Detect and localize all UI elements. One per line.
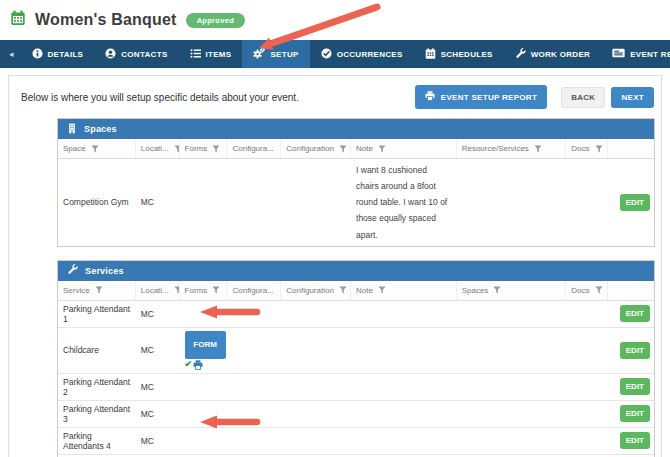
col-header-location: Locati... [136, 281, 180, 300]
edit-button[interactable]: EDIT [620, 194, 650, 211]
col-header-configuration: Configuration [281, 139, 351, 158]
next-button[interactable]: NEXT [611, 87, 654, 108]
person-icon [105, 48, 116, 61]
print-form-icon[interactable] [193, 360, 203, 370]
page-title: Women's Banquet [35, 11, 177, 29]
wrench-icon [67, 264, 78, 277]
col-header-docs: Docs [566, 139, 608, 158]
filter-icon[interactable] [534, 145, 542, 153]
filter-icon[interactable] [95, 286, 103, 294]
tab-event-registrations[interactable]: EVENT REGISTRATIONS [601, 40, 670, 68]
tab-occurrences[interactable]: OCCURRENCES [310, 40, 414, 68]
tab-items[interactable]: ITEMS [179, 40, 243, 68]
service-location: MC [136, 342, 180, 358]
filter-icon[interactable] [91, 145, 99, 153]
col-header-spaces: Spaces [457, 281, 567, 300]
check-circle-icon [321, 48, 332, 61]
status-badge: Approved [186, 13, 245, 28]
list-icon [190, 48, 201, 61]
col-header-configura: Configura... [227, 281, 281, 300]
edit-button[interactable]: EDIT [620, 305, 650, 322]
table-row-competition-gym: Competition Gym MC I want 8 cushioned ch… [58, 159, 654, 246]
service-name: Parking Attendant 3 [58, 401, 136, 427]
tab-label: DETAILS [48, 50, 84, 59]
filter-icon[interactable] [595, 286, 603, 294]
childcare-form-button[interactable]: FORM [185, 331, 226, 359]
spaces-column-headers: Space Locati... Forms Configura... Confi… [58, 139, 654, 159]
service-location: MC [136, 406, 180, 422]
space-location: MC [136, 194, 180, 210]
edit-button[interactable]: EDIT [620, 342, 650, 359]
intro-text: Below is where you will setup specific d… [21, 92, 299, 103]
back-button[interactable]: BACK [561, 87, 605, 108]
filter-icon[interactable] [378, 286, 386, 294]
col-header-forms: Forms [180, 281, 228, 300]
event-setup-report-button[interactable]: EVENT SETUP REPORT [415, 85, 547, 109]
event-header: Women's Banquet Approved [0, 0, 670, 40]
filter-icon[interactable] [595, 145, 603, 153]
printer-icon [425, 91, 435, 103]
service-location: MC [136, 433, 180, 449]
panels-container: Spaces Space Locati... Forms Configura..… [9, 118, 661, 457]
building-icon [67, 123, 77, 136]
edit-button[interactable]: EDIT [620, 432, 650, 449]
filter-icon[interactable] [378, 145, 386, 153]
tab-label: CONTACTS [121, 50, 167, 59]
services-panel-header: Services [58, 261, 654, 281]
service-name: Childcare [58, 342, 136, 358]
service-name: Parking Attendant 1 [58, 301, 136, 327]
wrench-icon [515, 48, 526, 61]
service-location: MC [136, 306, 180, 322]
col-header-note: Note [351, 281, 457, 300]
tab-details[interactable]: DETAILS [21, 40, 95, 68]
table-row-childcare: Childcare MC FORM ✔ EDIT [58, 328, 654, 374]
filter-icon[interactable] [339, 145, 347, 153]
calendar-icon [425, 48, 436, 61]
spaces-panel: Spaces Space Locati... Forms Configura..… [57, 118, 655, 247]
intro-row: Below is where you will setup specific d… [9, 76, 661, 118]
info-icon [32, 48, 43, 61]
filter-icon[interactable] [339, 286, 347, 294]
tab-schedules[interactable]: SCHEDULES [414, 40, 504, 68]
tab-label: WORK ORDER [531, 50, 590, 59]
table-row-parking-attendant-2: Parking Attendant 2 MC EDIT [58, 374, 654, 401]
tab-label: OCCURRENCES [337, 50, 403, 59]
tab-label: SETUP [270, 50, 298, 59]
form-complete-check-icon[interactable]: ✔ [185, 360, 193, 369]
service-name: Parking Attendants 4 [58, 428, 136, 454]
tabs-scroll-left-chevron[interactable]: ◂ [2, 40, 21, 68]
spaces-panel-header: Spaces [58, 119, 654, 139]
services-panel-title: Services [85, 266, 124, 276]
filter-icon[interactable] [212, 145, 220, 153]
col-header-actions [608, 281, 654, 300]
tab-label: SCHEDULES [441, 50, 493, 59]
edit-button[interactable]: EDIT [620, 405, 650, 422]
col-header-forms: Forms [180, 139, 228, 158]
tab-label: ITEMS [206, 50, 232, 59]
table-row-parking-attendant-3: Parking Attendant 3 MC EDIT [58, 401, 654, 428]
filter-icon[interactable] [212, 286, 220, 294]
col-header-space: Space [58, 139, 136, 158]
setup-tab-content: Below is where you will setup specific d… [8, 75, 662, 457]
spaces-panel-title: Spaces [84, 124, 117, 134]
table-row-parking-attendants-4: Parking Attendants 4 MC EDIT [58, 428, 654, 455]
col-header-configura: Configura... [227, 139, 281, 158]
space-note: I want 8 cushioned chairs around a 8foot… [351, 159, 457, 246]
gears-icon [253, 47, 265, 61]
event-tab-bar: ◂ DETAILS CONTACTS ITEMS [0, 40, 670, 68]
col-header-configuration: Configuration [281, 281, 351, 300]
table-row-parking-attendant-1: Parking Attendant 1 MC EDIT [58, 301, 654, 328]
services-panel: Services Service Locati... Forms Configu… [57, 260, 655, 457]
edit-button[interactable]: EDIT [620, 378, 650, 395]
tab-label: EVENT REGISTRATIONS [630, 50, 670, 59]
col-header-note: Note [351, 139, 457, 158]
tab-contacts[interactable]: CONTACTS [94, 40, 178, 68]
ticket-icon [612, 48, 625, 60]
service-location: MC [136, 379, 180, 395]
tab-setup[interactable]: SETUP [242, 40, 309, 68]
tab-work-order[interactable]: WORK ORDER [504, 40, 601, 68]
col-header-location: Locati... [136, 139, 180, 158]
filter-icon[interactable] [493, 286, 501, 294]
service-name: Parking Attendant 2 [58, 374, 136, 400]
space-name: Competition Gym [58, 194, 136, 210]
